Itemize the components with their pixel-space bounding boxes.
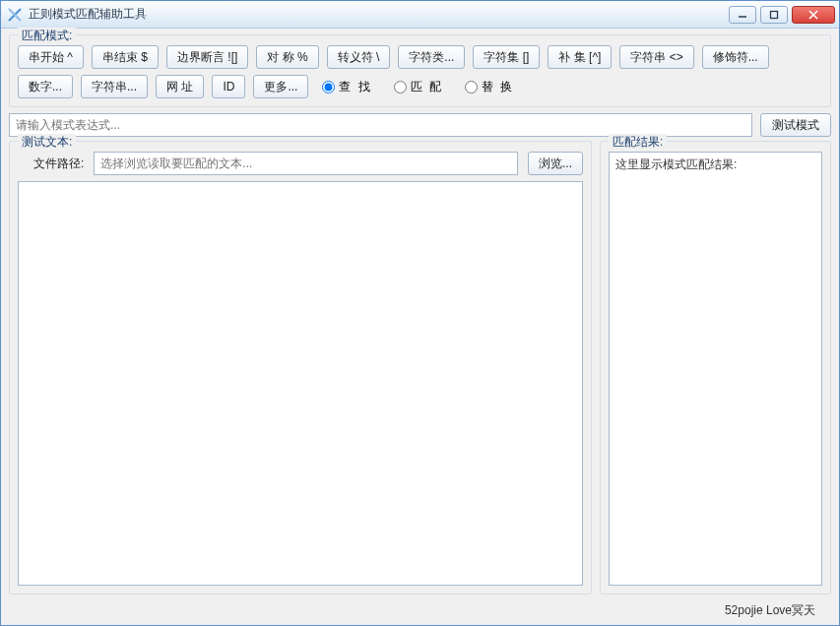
match-radio-label: 匹 配 <box>411 79 443 95</box>
main-window: 正则模式匹配辅助工具 匹配模式: 串开始 ^ 串结束 $ 边界断言 ![] 对 … <box>0 0 840 626</box>
pattern-buttons-row2: 数字... 字符串... 网 址 ID 更多... 查 找 匹 配 <box>18 75 822 98</box>
escape-char-button[interactable]: 转义符 \ <box>327 45 391 69</box>
url-button[interactable]: 网 址 <box>156 75 204 98</box>
right-panel: 匹配结果: 这里显示模式匹配结果: <box>600 141 831 595</box>
file-path-input[interactable] <box>94 152 518 175</box>
browse-button[interactable]: 浏览... <box>528 152 583 175</box>
replace-radio-label: 替 换 <box>482 79 514 95</box>
mode-radio-group: 查 找 匹 配 替 换 <box>322 79 514 95</box>
test-text-legend: 测试文本: <box>18 134 76 151</box>
pattern-buttons-row1: 串开始 ^ 串结束 $ 边界断言 ![] 对 称 % 转义符 \ 字符类... … <box>18 45 822 69</box>
left-panel: 测试文本: 文件路径: 浏览... <box>9 141 592 595</box>
result-group: 匹配结果: 这里显示模式匹配结果: <box>600 141 831 595</box>
complement-set-button[interactable]: 补 集 [^] <box>548 45 612 69</box>
find-radio[interactable]: 查 找 <box>322 79 371 95</box>
modifier-button[interactable]: 修饰符... <box>702 45 769 69</box>
match-mode-group: 匹配模式: 串开始 ^ 串结束 $ 边界断言 ![] 对 称 % 转义符 \ 字… <box>9 34 831 107</box>
more-button[interactable]: 更多... <box>253 75 308 98</box>
maximize-button[interactable] <box>760 6 788 24</box>
char-set-button[interactable]: 字符集 [] <box>473 45 540 69</box>
string-literal-button[interactable]: 字符串 <> <box>619 45 693 69</box>
close-button[interactable] <box>792 6 835 24</box>
client-area: 匹配模式: 串开始 ^ 串结束 $ 边界断言 ![] 对 称 % 转义符 \ 字… <box>1 29 839 625</box>
match-radio[interactable]: 匹 配 <box>394 79 443 95</box>
match-mode-legend: 匹配模式: <box>18 28 76 44</box>
window-controls <box>729 6 835 24</box>
minimize-button[interactable] <box>729 6 756 24</box>
test-text-area[interactable] <box>18 181 583 586</box>
footer-text: 52pojie Love冥天 <box>9 598 831 621</box>
app-icon <box>7 7 23 23</box>
boundary-assert-button[interactable]: 边界断言 ![] <box>166 45 248 69</box>
result-placeholder: 这里显示模式匹配结果: <box>615 157 737 171</box>
id-button[interactable]: ID <box>212 75 245 98</box>
result-area: 这里显示模式匹配结果: <box>609 152 822 586</box>
replace-radio[interactable]: 替 换 <box>465 79 514 95</box>
replace-radio-input[interactable] <box>465 81 478 94</box>
string-button[interactable]: 字符串... <box>81 75 148 98</box>
string-end-button[interactable]: 串结束 $ <box>92 45 159 69</box>
pattern-row: 测试模式 <box>9 113 831 137</box>
match-radio-input[interactable] <box>394 81 407 94</box>
find-radio-input[interactable] <box>322 81 335 94</box>
char-class-button[interactable]: 字符类... <box>398 45 465 69</box>
find-radio-label: 查 找 <box>339 79 371 95</box>
result-legend: 匹配结果: <box>609 134 667 151</box>
file-path-label: 文件路径: <box>33 156 84 172</box>
svg-rect-3 <box>771 11 778 18</box>
test-pattern-button[interactable]: 测试模式 <box>760 113 831 137</box>
symmetric-button[interactable]: 对 称 % <box>256 45 318 69</box>
titlebar-left: 正则模式匹配辅助工具 <box>7 6 147 23</box>
file-row: 文件路径: 浏览... <box>18 152 583 175</box>
digit-button[interactable]: 数字... <box>18 75 73 98</box>
string-start-button[interactable]: 串开始 ^ <box>18 45 84 69</box>
window-title: 正则模式匹配辅助工具 <box>29 6 147 23</box>
titlebar: 正则模式匹配辅助工具 <box>1 1 839 29</box>
test-text-group: 测试文本: 文件路径: 浏览... <box>9 141 592 595</box>
middle-area: 测试文本: 文件路径: 浏览... 匹配结果: 这里显示模式匹配结果: <box>9 141 831 595</box>
